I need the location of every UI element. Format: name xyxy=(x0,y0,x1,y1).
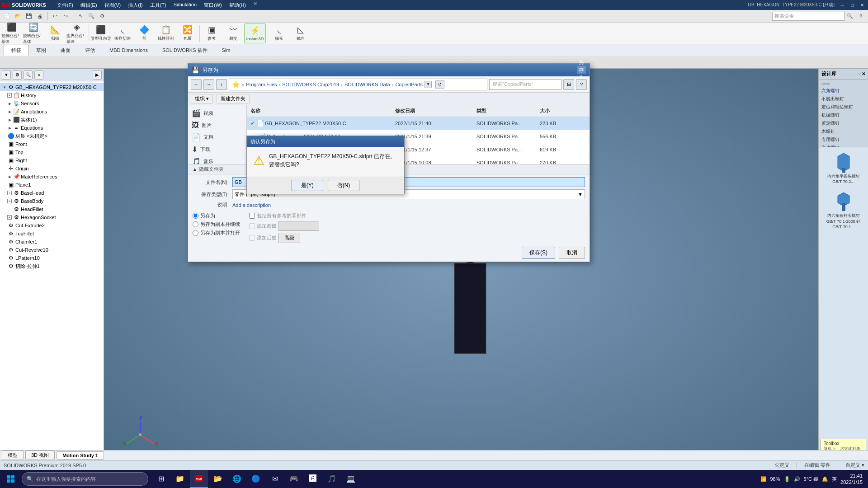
tree-item-history[interactable]: + 📋 History xyxy=(0,91,104,99)
toolbar-gear[interactable]: ⚙ xyxy=(97,11,108,22)
annotations-arrow[interactable]: ▶ xyxy=(7,109,13,114)
description-link[interactable]: Add a description xyxy=(232,202,271,208)
btn-boundary[interactable]: ◈ 边界凸台/基体 xyxy=(66,23,88,43)
dialog-view-icon[interactable]: ⊞ xyxy=(563,79,574,90)
btn-curves[interactable]: 〰 相交 xyxy=(222,23,244,43)
toolbox-locating[interactable]: 定位和轴位螺钉 xyxy=(820,103,867,111)
toolbar-undo[interactable]: ↩ xyxy=(49,11,60,22)
maximize-button[interactable]: □ xyxy=(848,2,856,8)
confirm-yes-btn[interactable]: 是(Y) xyxy=(292,180,323,191)
breadcrumb-solidworksdata[interactable]: SOLIDWORKS Data xyxy=(344,82,390,87)
btn-extrude[interactable]: ⬛ 拉伸凸台/基体 xyxy=(1,23,23,43)
menu-tools[interactable]: 工具(T) xyxy=(148,1,168,9)
sidebar-documents[interactable]: 📄 文档 xyxy=(188,131,246,143)
sidebar-downloads[interactable]: ⬇ 下载 xyxy=(188,143,246,155)
basebody-expand[interactable]: + xyxy=(7,199,12,203)
tab-model[interactable]: 模型 xyxy=(2,450,24,460)
tree-item-hexsocket[interactable]: + ⚙ HexagonSocket xyxy=(0,213,104,221)
breadcrumb-refresh[interactable]: ↺ xyxy=(435,80,444,89)
toolbar-new[interactable]: 📄 xyxy=(2,11,13,22)
tree-item-right[interactable]: ▣ Right xyxy=(0,156,104,164)
dialog-close-btn[interactable]: 另存为 xyxy=(577,66,586,74)
radio-copy-open-input[interactable] xyxy=(193,230,198,236)
menu-help[interactable]: 帮助(H) xyxy=(227,1,248,9)
col-date[interactable]: 修改日期 xyxy=(392,107,473,115)
col-size[interactable]: 大小 xyxy=(536,107,572,115)
toolbox-setscrew[interactable]: 紧定螺钉 xyxy=(820,119,867,127)
checkbox-add-suffix-input[interactable] xyxy=(249,235,255,241)
col-name[interactable]: 名称 xyxy=(247,107,392,115)
toolbox-tapping[interactable]: 自攻螺钉 xyxy=(820,144,867,147)
file-row-0[interactable]: ✓ 📄 GB_HEXAGON_TYPE22 M20X50-C 2022/1/15… xyxy=(247,117,590,130)
basehead-expand[interactable]: + xyxy=(7,191,12,195)
menu-simulation[interactable]: Simulation xyxy=(172,1,198,9)
confirm-no-btn[interactable]: 否(N) xyxy=(328,180,360,191)
tree-item-basebody[interactable]: + ⚙ BaseBody xyxy=(0,197,104,205)
panel-expand-btn[interactable]: ▶ xyxy=(93,70,102,80)
start-button[interactable] xyxy=(2,470,20,488)
tab-mbd[interactable]: MBD Dimensions xyxy=(102,46,155,55)
tree-item-top[interactable]: ▣ Top xyxy=(0,148,104,156)
sensors-arrow[interactable]: ▶ xyxy=(7,101,13,106)
mail-icon[interactable]: ✉ xyxy=(266,470,284,488)
sidebar-pictures[interactable]: 🖼 图片 xyxy=(188,119,246,131)
radio-saveas-input[interactable] xyxy=(193,213,198,219)
tree-item-materefs[interactable]: ▶ 📌 MateReferences xyxy=(0,173,104,181)
toolbar-redo[interactable]: ↪ xyxy=(60,11,71,22)
dialog-forward-btn[interactable]: → xyxy=(203,79,214,90)
breadcrumb-programfiles[interactable]: Program Files xyxy=(246,82,277,87)
tab-solidworks-plugins[interactable]: SOLIDWORKS 插件 xyxy=(155,45,215,56)
history-expand[interactable]: + xyxy=(7,93,12,98)
solid-arrow[interactable]: ▶ xyxy=(7,117,13,122)
tree-search-btn[interactable]: 🔍 xyxy=(24,70,33,80)
hexsocket-expand[interactable]: + xyxy=(7,215,12,220)
cancel-button[interactable]: 取消 xyxy=(559,247,585,259)
system-clock[interactable]: 21:41 2022/1/15 xyxy=(840,473,863,486)
help-icon[interactable]: ? xyxy=(855,11,866,22)
btn-cut-extrude[interactable]: ⬛ 异型孔向导 xyxy=(90,23,112,43)
menu-window[interactable]: 窗口(W) xyxy=(202,1,224,9)
equations-arrow[interactable]: ▶ xyxy=(7,125,13,131)
tree-filter-btn[interactable]: ▼ xyxy=(2,70,11,80)
tree-item-cutrevolve10[interactable]: ⚙ Cut-Revolve10 xyxy=(0,246,104,254)
save-button[interactable]: 保存(S) xyxy=(522,247,555,259)
tree-item-material[interactable]: 🔵 材质 <未指定> xyxy=(0,132,104,140)
toolbox-hexscrew[interactable]: 六角螺钉 xyxy=(820,87,867,95)
col-type[interactable]: 类型 xyxy=(473,107,536,115)
tree-item-sensors[interactable]: ▶ 📡 Sensors xyxy=(0,99,104,108)
dialog-back-btn[interactable]: ← xyxy=(191,79,202,90)
tab-sim[interactable]: Sim xyxy=(215,46,238,55)
command-search[interactable]: 搜索命令 xyxy=(772,12,844,21)
organize-btn[interactable]: 组织 ▾ xyxy=(191,94,213,103)
toolbar-zoom[interactable]: 🔍 xyxy=(86,11,97,22)
tree-item-plane1[interactable]: ▣ Plane1 xyxy=(0,181,104,189)
edge-icon[interactable]: 🌐 xyxy=(228,470,246,488)
dialog-search-box[interactable]: 搜索"CopiedParts" xyxy=(489,79,561,90)
btn-mirror[interactable]: 🔀 包覆 xyxy=(177,23,198,43)
sidebar-music[interactable]: 🎵 音乐 xyxy=(188,155,246,164)
toolbar-open[interactable]: 📂 xyxy=(13,11,24,22)
prefix-input[interactable] xyxy=(278,221,319,231)
toolbox-minimize[interactable]: ─ xyxy=(858,71,861,76)
menu-edit[interactable]: 编辑(E) xyxy=(79,1,99,9)
btn-ref-plane[interactable]: ▣ 参考 xyxy=(201,23,222,43)
tree-item-annotations[interactable]: ▶ 📝 Annotations xyxy=(0,108,104,116)
toolbar-save[interactable]: 💾 xyxy=(24,11,34,22)
root-arrow[interactable]: ▼ xyxy=(2,84,7,90)
tree-item-equations[interactable]: ▶ = Equations xyxy=(0,124,104,132)
tree-root-item[interactable]: ▼ ⚙ GB_HEXAGON_TYPE22 M20X50-C xyxy=(0,83,104,91)
explorer-icon[interactable]: 📁 xyxy=(171,470,189,488)
toolbar-select[interactable]: ↖ xyxy=(75,11,86,22)
btn-instant3d[interactable]: ⚡ Instant3D xyxy=(244,23,266,43)
taskview-icon[interactable]: ⊞ xyxy=(152,470,170,488)
close-button[interactable]: ✕ xyxy=(858,2,866,8)
toolbox-item-1[interactable]: 内六角平圆头螺钉 GB/T 70.2... xyxy=(821,149,866,186)
checkbox-add-prefix-input[interactable] xyxy=(249,223,255,229)
menu-insert[interactable]: 插入(I) xyxy=(126,1,144,9)
breadcrumb-copiedparts[interactable]: CopiedParts xyxy=(395,82,423,87)
tree-collapse-btn[interactable]: « xyxy=(34,70,43,80)
toolbox-machine[interactable]: 机械螺钉 xyxy=(820,111,867,119)
windows-search-box[interactable]: 🔍 在这里输入你要搜索的内容 xyxy=(22,472,148,486)
toolbox-close[interactable]: ✕ xyxy=(862,71,865,76)
sidebar-video[interactable]: 🎬 视频 xyxy=(188,107,246,119)
